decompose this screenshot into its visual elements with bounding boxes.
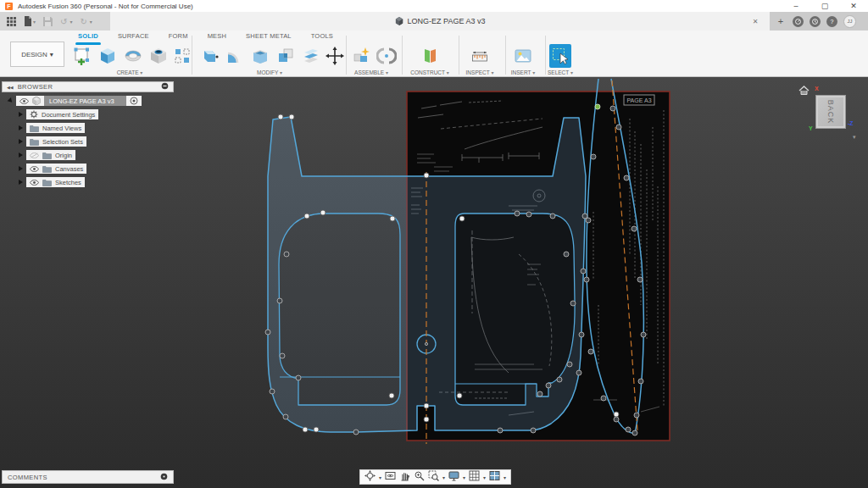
group-label-insert[interactable]: INSERT ▾ [502, 69, 544, 75]
shell-icon[interactable] [249, 44, 271, 68]
tab-form[interactable]: FORM [169, 32, 188, 42]
avatar[interactable]: JJ [843, 15, 856, 28]
document-cube-icon [395, 17, 403, 25]
zoom-icon[interactable] [414, 469, 425, 485]
browser-item-document-settings[interactable]: Document Settings [19, 109, 174, 119]
tree-collapsed-icon[interactable] [19, 166, 23, 171]
look-at-icon[interactable] [385, 469, 396, 485]
joint-icon[interactable] [376, 44, 398, 68]
eye-icon[interactable] [30, 166, 39, 172]
browser-item-named-views[interactable]: Named Views [19, 123, 174, 133]
display-settings-icon[interactable] [448, 469, 459, 485]
combine-icon[interactable] [275, 44, 297, 68]
viewcube-face-label: BACK [826, 100, 835, 125]
canvas-area[interactable]: PAGE A3 [0, 77, 868, 488]
pan-icon[interactable] [399, 469, 410, 485]
tab-tools[interactable]: TOOLS [311, 32, 333, 42]
tree-expanded-icon[interactable] [8, 97, 14, 104]
folder-icon [30, 138, 39, 146]
group-label-create[interactable]: CREATE ▾ [71, 69, 188, 75]
comments-panel[interactable]: COMMENTS [2, 470, 174, 484]
document-tab[interactable]: LONG-EZ PAGE A3 v3 [110, 12, 770, 30]
grid-snap-caret-icon[interactable]: ▾ [483, 474, 486, 480]
hole-icon[interactable] [147, 44, 170, 68]
undo-caret-icon[interactable]: ▾ [70, 19, 72, 25]
orbit-icon[interactable] [364, 469, 376, 485]
tab-sheet-metal[interactable]: SHEET METAL [246, 32, 292, 42]
eye-off-icon[interactable] [30, 152, 39, 158]
file-menu-icon[interactable]: ▾ [24, 16, 36, 26]
new-component-icon[interactable] [350, 44, 372, 68]
browser-item-label: Canvases [55, 165, 83, 173]
tab-surface[interactable]: SURFACE [118, 32, 149, 42]
document-tab-close-icon[interactable]: ✕ [746, 12, 765, 30]
tree-collapsed-icon[interactable] [19, 125, 23, 130]
window-title: Autodesk Fusion 360 (Personal - Not for … [18, 3, 193, 10]
tree-collapsed-icon[interactable] [19, 152, 23, 158]
extensions-icon[interactable] [793, 16, 804, 27]
file-menu-caret-icon: ▾ [33, 19, 36, 25]
close-button[interactable]: ✕ [839, 0, 868, 12]
revolve-icon[interactable] [122, 44, 144, 68]
viewports-icon[interactable] [489, 469, 500, 485]
browser-options-icon[interactable] [161, 82, 169, 92]
tab-solid[interactable]: SOLID [78, 32, 98, 42]
new-tab-button[interactable]: + [775, 16, 787, 26]
workspace-selector[interactable]: DESIGN ▾ [10, 42, 64, 67]
tree-collapsed-icon[interactable] [19, 180, 23, 185]
insert-image-icon[interactable] [512, 44, 534, 68]
measure-icon[interactable] [469, 44, 491, 68]
group-label-modify[interactable]: MODIFY ▾ [198, 69, 341, 75]
browser-panel: ◀◀ BROWSER LONG-EZ PAGE A3 v3 [2, 81, 174, 187]
group-label-assemble[interactable]: ASSEMBLE ▾ [343, 69, 399, 75]
activate-component-icon[interactable] [130, 97, 138, 105]
browser-collapse-icon[interactable]: ◀◀ [7, 85, 14, 90]
orbit-caret-icon[interactable]: ▾ [379, 474, 381, 480]
construct-plane-icon[interactable] [419, 44, 441, 68]
fillet-icon[interactable] [224, 44, 246, 68]
axis-y-label: Y [809, 125, 813, 131]
move-copy-icon[interactable] [326, 44, 344, 68]
component-cube-icon [32, 97, 41, 105]
maximize-button[interactable]: ▢ [810, 0, 839, 12]
home-view-icon[interactable] [798, 83, 810, 98]
folder-icon [30, 125, 39, 132]
group-label-construct[interactable]: CONSTRUCT ▾ [403, 69, 456, 75]
browser-item-canvases[interactable]: Canvases [19, 164, 174, 174]
grid-snap-icon[interactable] [469, 469, 480, 485]
tree-collapsed-icon[interactable] [19, 139, 23, 144]
minimize-button[interactable]: – [782, 0, 810, 12]
app-grid-menu-icon[interactable] [7, 17, 16, 26]
window-zoom-caret-icon[interactable]: ▾ [442, 474, 445, 480]
browser-root-label[interactable]: LONG-EZ PAGE A3 v3 [44, 96, 126, 106]
rectangular-pattern-icon[interactable] [173, 44, 192, 68]
press-pull-icon[interactable] [198, 44, 220, 68]
tab-mesh[interactable]: MESH [208, 32, 226, 42]
tree-collapsed-icon[interactable] [19, 112, 23, 117]
browser-item-selection-sets[interactable]: Selection Sets [19, 136, 174, 147]
job-status-icon[interactable] [810, 16, 821, 27]
save-icon[interactable] [43, 17, 53, 26]
eye-icon[interactable] [19, 98, 29, 104]
browser-header[interactable]: ◀◀ BROWSER [2, 81, 174, 92]
browser-root-row[interactable]: LONG-EZ PAGE A3 v3 [8, 96, 174, 106]
group-label-inspect[interactable]: INSPECT ▾ [457, 69, 503, 75]
extrude-icon[interactable] [97, 44, 119, 68]
window-zoom-icon[interactable] [428, 469, 439, 485]
help-icon[interactable]: ? [826, 16, 837, 27]
group-label-select[interactable]: SELECT ▾ [539, 69, 581, 75]
viewcube-face-back[interactable]: BACK [815, 95, 846, 129]
undo-icon[interactable]: ↺ [60, 17, 67, 26]
viewcube-menu-caret-icon[interactable]: ▾ [853, 134, 856, 141]
browser-item-sketches[interactable]: Sketches [19, 177, 174, 187]
create-sketch-icon[interactable] [71, 44, 93, 68]
browser-item-origin[interactable]: Origin [19, 150, 174, 160]
viewports-caret-icon[interactable]: ▾ [504, 474, 506, 480]
comments-options-icon[interactable] [160, 473, 168, 482]
select-icon[interactable] [549, 44, 571, 68]
redo-caret-icon[interactable]: ▾ [90, 19, 92, 25]
display-settings-caret-icon[interactable]: ▾ [463, 474, 465, 480]
split-body-icon[interactable] [300, 44, 322, 68]
redo-icon[interactable]: ↻ [80, 17, 86, 26]
eye-icon[interactable] [30, 180, 39, 186]
